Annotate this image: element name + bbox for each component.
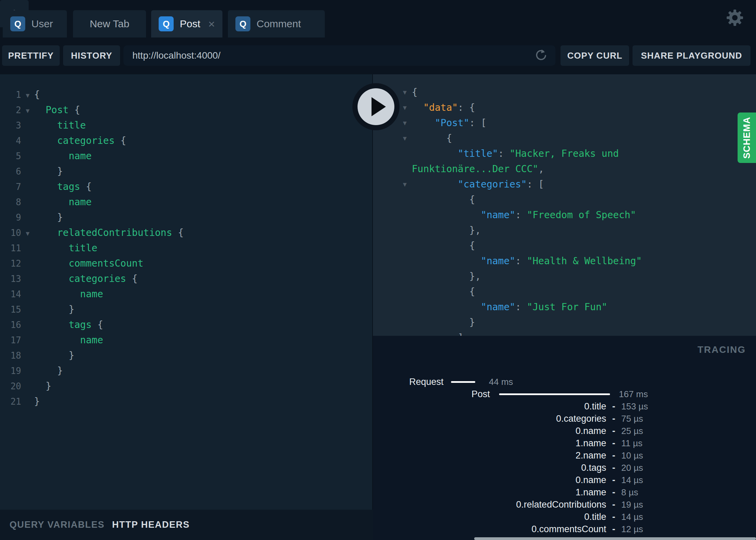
editor-line-code: tags { <box>34 317 103 332</box>
tab-user[interactable]: QUser <box>3 10 67 38</box>
editor-line: 11 title <box>0 240 373 256</box>
trace-time: 14 µs <box>621 512 643 522</box>
tab-bar-tabs: QUserNew TabQPost×QComment <box>3 10 332 38</box>
line-number: 16 <box>0 317 21 333</box>
code-segment: { <box>178 227 184 238</box>
query-variables-tab[interactable]: QUERY VARIABLES <box>10 520 105 530</box>
fold-arrow-icon[interactable]: ▾ <box>403 85 407 100</box>
trace-label: Request <box>373 377 444 387</box>
reload-schema-icon[interactable] <box>534 48 549 63</box>
code-segment: { <box>412 133 452 144</box>
code-segment: , <box>538 163 544 175</box>
schema-tab[interactable]: SCHEMA <box>738 112 756 163</box>
code-segment: } <box>34 380 52 392</box>
trace-dash: - <box>606 438 621 449</box>
trace-label: 0.relatedContributions <box>373 499 606 510</box>
trace-time: 20 µs <box>621 463 643 473</box>
editor-line-code: name <box>34 332 103 348</box>
editor-line: 1▾{ <box>0 87 373 102</box>
editor-line: 19 } <box>0 363 373 378</box>
settings-gear-icon[interactable] <box>725 8 744 27</box>
trace-time: 25 µs <box>621 426 643 436</box>
code-segment: name <box>34 196 92 208</box>
response-line: { <box>412 238 753 253</box>
code-segment: Funktionäre...Der CCC" <box>412 163 538 175</box>
editor-line-code: name <box>34 286 103 302</box>
tab-comment[interactable]: QComment <box>228 10 325 38</box>
response-line: "name": "Health & Wellbeing" <box>412 253 753 269</box>
code-segment: : <box>515 209 527 221</box>
editor-line: 16 tags { <box>0 317 373 332</box>
line-number: 21 <box>0 394 21 409</box>
fold-arrow-icon[interactable]: ▾ <box>403 177 407 192</box>
trace-row-post: Post 167 ms <box>373 388 756 400</box>
tracing-panel: TRACING Request 44 ms Post 167 ms 0.titl… <box>373 336 756 540</box>
fold-arrow-icon[interactable]: ▾ <box>26 229 29 238</box>
code-segment: name <box>34 334 103 346</box>
fold-arrow-icon[interactable]: ▾ <box>403 131 407 146</box>
response-line: ▾ { <box>412 131 753 146</box>
query-editor-code: 1▾{2▾ Post {3 title4 categories {5 name6… <box>0 74 373 409</box>
query-editor-pane[interactable]: 1▾{2▾ Post {3 title4 categories {5 name6… <box>0 74 373 510</box>
history-button[interactable]: HISTORY <box>63 45 120 66</box>
line-number: 17 <box>0 333 21 348</box>
line-number: 20 <box>0 379 21 394</box>
trace-row: 0.title-153 µs <box>373 400 756 412</box>
line-number: 4 <box>0 133 21 149</box>
code-segment: { <box>412 286 475 297</box>
trace-label: 0.commentsCount <box>373 524 606 535</box>
line-number: 7 <box>0 179 21 195</box>
close-tab-icon[interactable]: × <box>203 18 215 30</box>
tab-post[interactable]: QPost× <box>151 10 222 38</box>
line-number: 19 <box>0 363 21 379</box>
tab-label: New Tab <box>90 18 129 30</box>
trace-label: 1.name <box>373 438 606 449</box>
trace-label: 0.tags <box>373 463 606 473</box>
code-segment: tags <box>34 319 97 330</box>
editor-line: 13 categories { <box>0 271 373 286</box>
trace-time: 11 µs <box>621 438 642 449</box>
trace-label: 0.categories <box>373 414 606 424</box>
response-line: { <box>412 284 753 299</box>
code-segment: categories <box>34 135 120 146</box>
code-segment: commentsCount <box>34 258 143 269</box>
line-number: 8 <box>0 195 21 210</box>
endpoint-url-value: http://localhost:4000/ <box>132 50 534 61</box>
copy-curl-button[interactable]: COPY CURL <box>561 45 629 66</box>
trace-bar <box>451 381 475 383</box>
trace-dash: - <box>606 401 621 412</box>
editor-line: 20 } <box>0 378 373 394</box>
code-segment: name <box>34 288 103 300</box>
execute-query-button[interactable] <box>352 83 400 131</box>
fold-arrow-icon[interactable]: ▾ <box>403 100 407 115</box>
line-number: 6 <box>0 164 21 179</box>
code-segment: { <box>86 181 92 192</box>
tracing-scrollbar[interactable] <box>474 537 756 540</box>
response-line: }, <box>412 269 753 284</box>
fold-arrow-icon[interactable]: ▾ <box>26 106 29 115</box>
fold-arrow-icon[interactable]: ▾ <box>26 91 29 100</box>
trace-time: 14 µs <box>621 475 643 485</box>
prettify-button[interactable]: PRETTIFY <box>2 45 60 66</box>
editor-line: 10▾ relatedContributions { <box>0 225 373 240</box>
editor-line-code: categories { <box>34 271 137 286</box>
code-segment: }, <box>412 225 481 236</box>
tab-label: Post <box>180 18 200 30</box>
code-segment: "Hacker, Freaks und <box>510 148 619 159</box>
response-line: { <box>412 192 753 207</box>
trace-row: 0.tags-20 µs <box>373 462 756 474</box>
endpoint-url-input[interactable]: http://localhost:4000/ <box>123 45 555 66</box>
tab-new-tab[interactable]: New Tab <box>73 10 146 38</box>
response-json: ▾{▾ "data": {▾ "Post": [▾ { "title": "Ha… <box>373 74 756 336</box>
http-headers-tab[interactable]: HTTP HEADERS <box>112 520 190 530</box>
code-segment: { <box>412 87 418 98</box>
code-segment: } <box>34 365 63 376</box>
code-segment: ] <box>412 332 464 336</box>
code-segment: : { <box>458 102 475 113</box>
code-segment: } <box>34 212 63 223</box>
share-playground-button[interactable]: SHARE PLAYGROUND <box>633 45 751 66</box>
fold-arrow-icon[interactable]: ▾ <box>403 115 407 131</box>
line-number: 13 <box>0 271 21 287</box>
line-number: 5 <box>0 149 21 164</box>
editor-line-code: title <box>34 240 97 256</box>
